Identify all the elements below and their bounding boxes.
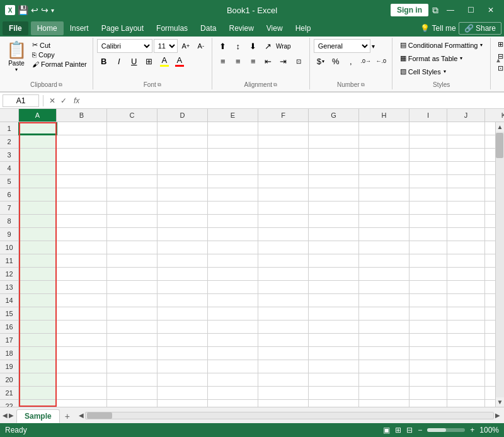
cell-F19[interactable] bbox=[258, 360, 309, 373]
font-color-button[interactable]: A bbox=[173, 54, 186, 68]
cell-G21[interactable] bbox=[309, 387, 359, 399]
cell-K14[interactable] bbox=[485, 294, 495, 307]
cell-D2[interactable] bbox=[158, 135, 208, 148]
cell-B16[interactable] bbox=[57, 321, 107, 333]
row-number-13[interactable]: 13 bbox=[0, 281, 19, 293]
row-number-1[interactable]: 1 bbox=[0, 122, 19, 135]
cell-J7[interactable] bbox=[447, 201, 485, 214]
cell-H7[interactable] bbox=[359, 201, 410, 214]
cell-C17[interactable] bbox=[107, 334, 158, 346]
cell-E8[interactable] bbox=[208, 215, 258, 227]
cell-A7[interactable] bbox=[19, 201, 57, 214]
cell-H11[interactable] bbox=[359, 254, 410, 267]
cell-D8[interactable] bbox=[158, 215, 208, 227]
cell-J19[interactable] bbox=[447, 360, 485, 373]
cell-H22[interactable] bbox=[359, 400, 410, 407]
cell-G1[interactable] bbox=[309, 122, 359, 135]
row-number-3[interactable]: 3 bbox=[0, 149, 19, 161]
cell-J10[interactable] bbox=[447, 241, 485, 254]
fill-color-button[interactable]: A bbox=[158, 54, 171, 68]
cell-C16[interactable] bbox=[107, 321, 158, 333]
cell-C14[interactable] bbox=[107, 294, 158, 307]
cell-A4[interactable] bbox=[19, 162, 57, 174]
cell-D19[interactable] bbox=[158, 360, 208, 373]
cell-K3[interactable] bbox=[485, 149, 495, 161]
row-number-8[interactable]: 8 bbox=[0, 215, 19, 227]
cell-G13[interactable] bbox=[309, 281, 359, 293]
merge-center-button[interactable]: ⊡ bbox=[292, 54, 306, 68]
cell-F8[interactable] bbox=[258, 215, 309, 227]
cell-F2[interactable] bbox=[258, 135, 309, 148]
cell-E6[interactable] bbox=[208, 188, 258, 201]
number-format-selector[interactable]: General bbox=[314, 39, 370, 53]
cell-K7[interactable] bbox=[485, 201, 495, 214]
cell-I2[interactable] bbox=[410, 135, 447, 148]
minimize-button[interactable]: — bbox=[442, 4, 459, 16]
cell-C19[interactable] bbox=[107, 360, 158, 373]
cell-F14[interactable] bbox=[258, 294, 309, 307]
scroll-thumb[interactable] bbox=[496, 133, 503, 158]
number-expand-icon[interactable]: ⧉ bbox=[361, 82, 365, 88]
cell-B6[interactable] bbox=[57, 188, 107, 201]
sheet-tab-sample[interactable]: Sample bbox=[16, 409, 60, 423]
align-top-button[interactable]: ⬆ bbox=[216, 39, 230, 53]
cell-F15[interactable] bbox=[258, 307, 309, 320]
cell-J9[interactable] bbox=[447, 228, 485, 241]
cell-B21[interactable] bbox=[57, 387, 107, 399]
col-header-f[interactable]: F bbox=[258, 109, 309, 122]
cell-D21[interactable] bbox=[158, 387, 208, 399]
cell-F9[interactable] bbox=[258, 228, 309, 241]
row-number-14[interactable]: 14 bbox=[0, 294, 19, 307]
cell-J13[interactable] bbox=[447, 281, 485, 293]
cell-J6[interactable] bbox=[447, 188, 485, 201]
cell-G11[interactable] bbox=[309, 254, 359, 267]
cell-B4[interactable] bbox=[57, 162, 107, 174]
col-header-c[interactable]: C bbox=[107, 109, 158, 122]
cell-D5[interactable] bbox=[158, 175, 208, 188]
cell-G10[interactable] bbox=[309, 241, 359, 254]
cell-H5[interactable] bbox=[359, 175, 410, 188]
cell-H18[interactable] bbox=[359, 347, 410, 360]
paste-button[interactable]: 📋 Paste ▾ bbox=[4, 39, 29, 74]
row-number-22[interactable]: 22 bbox=[0, 400, 19, 407]
cell-J3[interactable] bbox=[447, 149, 485, 161]
col-header-k[interactable]: K bbox=[485, 109, 504, 122]
col-header-d[interactable]: D bbox=[158, 109, 208, 122]
cell-E15[interactable] bbox=[208, 307, 258, 320]
cell-I11[interactable] bbox=[410, 254, 447, 267]
cell-I17[interactable] bbox=[410, 334, 447, 346]
decrease-font-button[interactable]: A- bbox=[194, 39, 208, 53]
cell-D13[interactable] bbox=[158, 281, 208, 293]
cell-D16[interactable] bbox=[158, 321, 208, 333]
cell-A15[interactable] bbox=[19, 307, 57, 320]
zoom-out-icon[interactable]: − bbox=[418, 426, 422, 434]
cell-K5[interactable] bbox=[485, 175, 495, 188]
cell-G20[interactable] bbox=[309, 373, 359, 386]
cell-C13[interactable] bbox=[107, 281, 158, 293]
cell-K16[interactable] bbox=[485, 321, 495, 333]
cell-I8[interactable] bbox=[410, 215, 447, 227]
cell-B14[interactable] bbox=[57, 294, 107, 307]
cell-F20[interactable] bbox=[258, 373, 309, 386]
cell-G19[interactable] bbox=[309, 360, 359, 373]
tab-scroll-right-button[interactable]: ▶ bbox=[9, 412, 14, 419]
cell-K18[interactable] bbox=[485, 347, 495, 360]
cell-E14[interactable] bbox=[208, 294, 258, 307]
close-button[interactable]: ✕ bbox=[483, 4, 499, 16]
cell-J5[interactable] bbox=[447, 175, 485, 188]
cell-A13[interactable] bbox=[19, 281, 57, 293]
cell-I21[interactable] bbox=[410, 387, 447, 399]
decrease-decimal-button[interactable]: ←.0 bbox=[374, 54, 388, 68]
cell-C22[interactable] bbox=[107, 400, 158, 407]
row-number-4[interactable]: 4 bbox=[0, 162, 19, 174]
cell-B12[interactable] bbox=[57, 268, 107, 280]
cell-C1[interactable] bbox=[107, 122, 158, 135]
cell-A18[interactable] bbox=[19, 347, 57, 360]
menu-file[interactable]: File bbox=[3, 21, 28, 35]
cell-J2[interactable] bbox=[447, 135, 485, 148]
col-header-h[interactable]: H bbox=[359, 109, 410, 122]
cell-E5[interactable] bbox=[208, 175, 258, 188]
cell-F11[interactable] bbox=[258, 254, 309, 267]
cell-B19[interactable] bbox=[57, 360, 107, 373]
row-number-16[interactable]: 16 bbox=[0, 321, 19, 333]
